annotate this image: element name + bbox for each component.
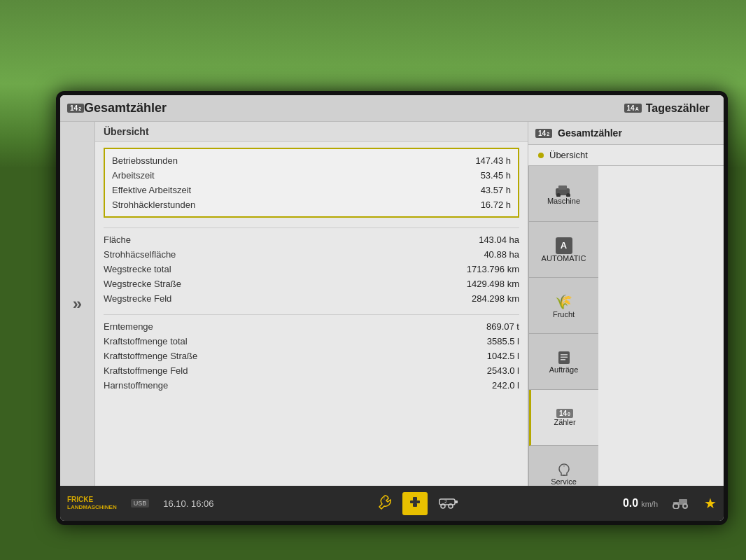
maintenance-icon <box>402 492 428 515</box>
row-label: Wegstrecke total <box>104 264 171 274</box>
row-label: Strohhäcklerstunden <box>112 200 195 210</box>
row-value: 242.0 l <box>449 380 519 391</box>
svg-rect-1 <box>558 186 567 190</box>
date-time-display: 16.10. 16:06 <box>163 498 213 509</box>
sidebar-item-automatic[interactable]: A AUTOMATIC <box>529 222 598 278</box>
section-label: Übersicht <box>95 122 528 142</box>
header-row: 142 Gesamtzähler 14A Tageszähler <box>60 95 724 122</box>
row-value: 40.88 ha <box>449 249 519 260</box>
warning-wrench-icon: ! <box>378 494 392 513</box>
table-row: Betriebsstunden 147.43 h <box>112 153 511 168</box>
row-value: 147.43 h <box>441 155 511 166</box>
row-value: 869.07 t <box>449 321 519 332</box>
row-value: 2543.0 l <box>449 365 519 376</box>
sidebar-label-frucht: Frucht <box>553 310 575 318</box>
sidebar-item-frucht[interactable]: 🌾 Frucht <box>529 278 598 334</box>
body-layout: » Übersicht Betriebsstunden 147.43 h Arb… <box>60 122 724 486</box>
auftrage-icon <box>556 350 572 365</box>
gesamtzahler-badge: 142 <box>67 104 84 113</box>
svg-rect-7 <box>561 359 565 360</box>
speed-display: 0.0 km/h <box>623 497 658 510</box>
gesamtzahler-sub-badge: 142 <box>535 129 552 138</box>
row-label: Wegstrecke Straße <box>104 279 181 289</box>
svg-rect-14 <box>413 503 417 507</box>
service-icon <box>556 462 572 477</box>
header-title: Gesamtzähler <box>84 101 624 115</box>
row-value: 1713.796 km <box>449 264 519 274</box>
svg-text:!: ! <box>383 496 385 500</box>
usb-indicator: USB <box>131 499 150 507</box>
table-row: Strohhäcselfläche 40.88 ha <box>104 247 519 262</box>
sidebar-label-automatic: AUTOMATIC <box>542 254 586 262</box>
row-value: 53.45 h <box>441 170 511 181</box>
row-label: Arbeitszeit <box>112 170 155 181</box>
tractor-icon <box>672 495 690 512</box>
active-dot-icon <box>538 153 544 158</box>
automatic-badge-icon: A <box>556 237 572 254</box>
zahler-counter-icon: 140 <box>556 409 573 418</box>
sidebar-item-auftrage[interactable]: Aufträge <box>529 334 598 390</box>
gesamtzahler-item[interactable]: 142 Gesamtzähler <box>528 122 724 145</box>
table-row: Effektive Arbeitszeit 43.57 h <box>112 183 511 197</box>
fricke-logo: FRICKE Landmaschinen <box>67 496 117 511</box>
sidebar-item-service[interactable]: Service <box>529 446 598 486</box>
sidebar-label-zahler: Zähler <box>554 418 575 426</box>
table-row: Kraftstoffmenge Straße 1042.5 l <box>104 349 519 363</box>
left-nav[interactable]: » <box>60 122 95 486</box>
row-label: Strohhäcselfläche <box>104 249 176 260</box>
table-row: Fläche 143.04 ha <box>104 232 519 247</box>
row-label: Fläche <box>104 234 131 245</box>
frucht-icon: 🌾 <box>555 293 572 310</box>
row-label: Betriebsstunden <box>112 155 178 166</box>
status-icons-group: ! <box>228 492 609 515</box>
row-value: 1429.498 km <box>449 279 519 289</box>
tageszahler-title: Tageszähler <box>646 102 710 115</box>
gesamtzahler-sub-label: Gesamtzähler <box>558 127 622 139</box>
svg-rect-5 <box>561 354 568 356</box>
row-value: 43.57 h <box>441 185 511 195</box>
ubersicht-item[interactable]: Übersicht <box>528 145 724 165</box>
table-row: Erntemenge 869.07 t <box>104 319 519 334</box>
sidebar-label-auftrage: Aufträge <box>549 365 579 374</box>
sidebar-item-zahler[interactable]: 140 Zähler <box>529 390 598 446</box>
favorite-star-button[interactable]: ★ <box>704 495 717 512</box>
right-panel: 142 Gesamtzähler Übersicht <box>528 122 724 486</box>
maschine-icon <box>554 183 574 197</box>
sidebar-nav: Maschine A AUTOMATIC 🌾 Frucht <box>528 166 598 486</box>
row-value: 1042.5 l <box>449 351 519 361</box>
sidebar-item-maschine[interactable]: Maschine <box>529 166 598 222</box>
highlight-box: Betriebsstunden 147.43 h Arbeitszeit 53.… <box>104 148 519 218</box>
svg-rect-16 <box>455 500 458 503</box>
table-row: Wegstrecke total 1713.796 km <box>104 262 519 276</box>
screen-content: 142 Gesamtzähler 14A Tageszähler » Übers… <box>60 95 724 521</box>
data-section-2: Fläche 143.04 ha Strohhäcselfläche 40.88… <box>104 227 519 306</box>
table-row: Wegstrecke Feld 284.298 km <box>104 291 519 306</box>
table-row: Strohhäcklerstunden 16.72 h <box>112 197 511 212</box>
sidebar-label-service: Service <box>551 477 577 486</box>
row-label: Erntemenge <box>104 321 153 332</box>
combine-header-icon: 2 <box>438 495 459 512</box>
table-row: Wegstrecke Straße 1429.498 km <box>104 276 519 291</box>
logo-text: FRICKE Landmaschinen <box>67 496 117 511</box>
tageszahler-panel: 142 Gesamtzähler Übersicht <box>528 122 724 166</box>
row-label: Kraftstoffmenge Feld <box>104 365 188 376</box>
sidebar-label-maschine: Maschine <box>547 197 580 205</box>
row-label: Effektive Arbeitszeit <box>112 185 191 195</box>
main-area: Übersicht Betriebsstunden 147.43 h Arbei… <box>95 122 528 486</box>
table-row: Kraftstoffmenge total 3585.5 l <box>104 334 519 349</box>
tageszahler-badge: 14A <box>624 104 642 113</box>
screen-bezel: 142 Gesamtzähler 14A Tageszähler » Übers… <box>56 91 728 525</box>
ubersicht-label: Übersicht <box>549 150 588 160</box>
status-bar: FRICKE Landmaschinen USB 16.10. 16:06 ! <box>60 486 724 521</box>
table-row: Arbeitszeit 53.45 h <box>112 168 511 183</box>
row-value: 143.04 ha <box>449 234 519 245</box>
svg-rect-6 <box>561 356 568 358</box>
row-label: Harnstoffmenge <box>104 380 168 391</box>
row-value: 16.72 h <box>441 200 511 210</box>
table-row: Kraftstoffmenge Feld 2543.0 l <box>104 363 519 378</box>
row-value: 284.298 km <box>449 293 519 304</box>
row-label: Wegstrecke Feld <box>104 293 171 304</box>
svg-point-23 <box>683 504 687 508</box>
svg-text:2: 2 <box>444 499 447 504</box>
row-label: Kraftstoffmenge total <box>104 336 188 346</box>
